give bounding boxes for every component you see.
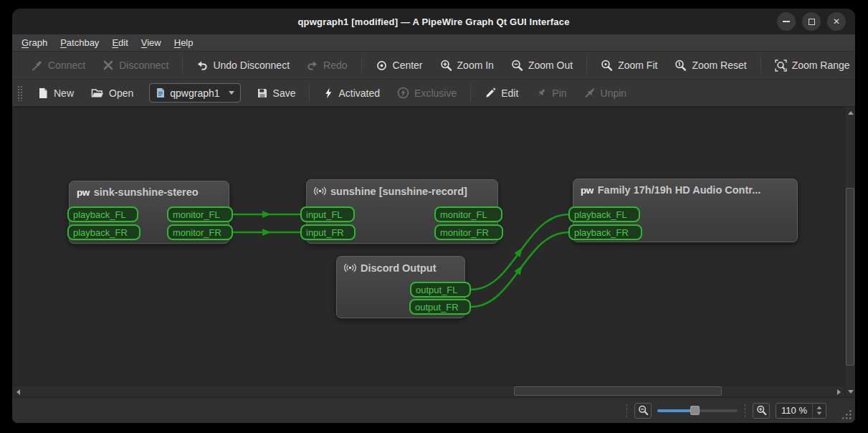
resize-grip[interactable] (841, 409, 852, 420)
close-icon: ✕ (833, 17, 840, 26)
vertical-scrollbar[interactable] (844, 107, 855, 397)
port-playback-fr[interactable]: playback_FR (67, 224, 140, 240)
menu-edit[interactable]: Edit (105, 34, 134, 51)
exclusive-label: Exclusive (414, 87, 457, 99)
open-button[interactable]: Open (82, 83, 142, 103)
menubar: Graph Patchbay Edit View Help (12, 34, 855, 52)
graph-canvas[interactable]: pw sink-sunshine-stereo playback_FL play… (12, 107, 844, 385)
profile-combo-value: qpwgraph1 (170, 87, 219, 99)
center-button[interactable]: Center (367, 55, 431, 76)
zoom-range-button[interactable]: Zoom Range (766, 55, 855, 76)
toolbar-separator (586, 57, 587, 74)
statusbar-separator (626, 404, 627, 417)
unpin-label: Unpin (601, 87, 627, 99)
zoom-out-button[interactable]: Zoom Out (502, 55, 581, 76)
pin-button[interactable]: Pin (527, 83, 575, 103)
unpin-icon (584, 87, 596, 99)
center-icon (376, 60, 388, 72)
scroll-down-button[interactable] (845, 386, 855, 397)
redo-button[interactable]: Redo (298, 55, 356, 75)
redo-label: Redo (323, 60, 347, 71)
node-header: Discord Output (337, 257, 464, 279)
node-header: pw Family 17h/19h HD Audio Contr... (573, 179, 797, 201)
patchbay-toolbar: New Open qpwgraph1 Save Activated Exclus… (12, 80, 855, 107)
zoom-range-icon (775, 60, 787, 72)
node-title: Discord Output (361, 262, 437, 274)
zoom-percent-spinbox[interactable]: 110 % (776, 403, 826, 419)
edit-button[interactable]: Edit (476, 83, 527, 103)
zoom-fit-label: Zoom Fit (618, 60, 657, 71)
close-button[interactable]: ✕ (827, 12, 846, 31)
zoom-slider-handle[interactable] (690, 406, 700, 415)
zoom-in-icon (440, 60, 452, 72)
menu-help[interactable]: Help (168, 34, 200, 51)
window-controls: ✕ (777, 12, 846, 31)
pin-icon (535, 87, 547, 99)
undo-disconnect-button[interactable]: Undo Disconnect (188, 55, 298, 75)
disconnect-button[interactable]: Disconnect (94, 55, 177, 75)
connection-wires (12, 107, 844, 385)
port-monitor-fl[interactable]: monitor_FL (167, 206, 233, 222)
zoom-reset-icon (674, 60, 687, 72)
exclusive-icon (397, 87, 409, 99)
undo-icon (196, 60, 208, 71)
zoom-spin-buttons[interactable] (812, 404, 826, 418)
minimize-button[interactable] (777, 12, 796, 31)
minimize-icon (783, 21, 790, 22)
titlebar[interactable]: qpwgraph1 [modified] — A PipeWire Graph … (12, 9, 855, 34)
port-output-fr[interactable]: output_FR (409, 299, 471, 315)
port-output-fl[interactable]: output_FL (410, 282, 471, 298)
redo-icon (307, 60, 318, 71)
zoom-reset-button[interactable]: Zoom Reset (666, 55, 755, 76)
scroll-right-button[interactable] (833, 386, 844, 398)
toolbar-separator (361, 57, 362, 74)
connect-icon (32, 60, 43, 71)
maximize-button[interactable] (802, 12, 821, 31)
edit-pencil-icon (485, 87, 496, 99)
menu-graph[interactable]: Graph (15, 34, 54, 51)
toolbar-separator (760, 57, 761, 74)
disconnect-icon (102, 60, 114, 71)
scroll-left-icon (16, 389, 20, 395)
menu-patchbay[interactable]: Patchbay (54, 34, 105, 51)
statusbar-zoom-in-button[interactable] (753, 403, 770, 419)
node-title: sink-sunshine-stereo (94, 186, 199, 198)
port-monitor-fr[interactable]: monitor_FR (434, 224, 503, 240)
scroll-up-button[interactable] (845, 107, 855, 118)
vertical-scrollbar-thumb[interactable] (846, 188, 854, 366)
unpin-button[interactable]: Unpin (576, 83, 636, 103)
scroll-left-button[interactable] (12, 386, 24, 398)
save-button[interactable]: Save (248, 83, 305, 103)
patchbay-file-icon (156, 87, 166, 98)
exclusive-button[interactable]: Exclusive (388, 82, 465, 103)
connect-button[interactable]: Connect (23, 55, 94, 75)
scroll-down-icon (848, 390, 854, 394)
zoom-in-label: Zoom In (457, 60, 494, 71)
port-input-fr[interactable]: input_FR (300, 224, 356, 240)
activated-bolt-icon (323, 87, 333, 99)
zoom-in-button[interactable]: Zoom In (431, 55, 502, 76)
node-title: sunshine [sunshine-record] (330, 186, 467, 197)
port-playback-fl[interactable]: playback_FL (568, 206, 640, 222)
horizontal-scrollbar[interactable] (12, 385, 844, 397)
menu-view[interactable]: View (135, 34, 168, 51)
zoom-slider[interactable] (657, 403, 738, 419)
new-button[interactable]: New (29, 83, 82, 103)
statusbar-separator (745, 404, 745, 417)
port-monitor-fr[interactable]: monitor_FR (167, 224, 233, 240)
activated-button[interactable]: Activated (315, 83, 388, 103)
center-label: Center (393, 60, 423, 71)
window-title: qpwgraph1 [modified] — A PipeWire Graph … (297, 16, 569, 27)
port-playback-fr[interactable]: playback_FR (568, 224, 642, 240)
statusbar-zoom-out-button[interactable] (634, 403, 652, 419)
horizontal-scrollbar-thumb[interactable] (514, 386, 722, 396)
port-playback-fl[interactable]: playback_FL (67, 206, 138, 222)
port-input-fl[interactable]: input_FL (300, 206, 355, 222)
maximize-icon (809, 19, 815, 25)
port-monitor-fl[interactable]: monitor_FL (434, 206, 502, 222)
toolbar-separator (470, 85, 471, 102)
toolbar-drag-handle[interactable] (17, 85, 23, 101)
zoom-fit-button[interactable]: Zoom Fit (592, 55, 666, 76)
main-area: pw sink-sunshine-stereo playback_FL play… (12, 107, 855, 397)
patchbay-profile-combo[interactable]: qpwgraph1 (149, 83, 240, 103)
